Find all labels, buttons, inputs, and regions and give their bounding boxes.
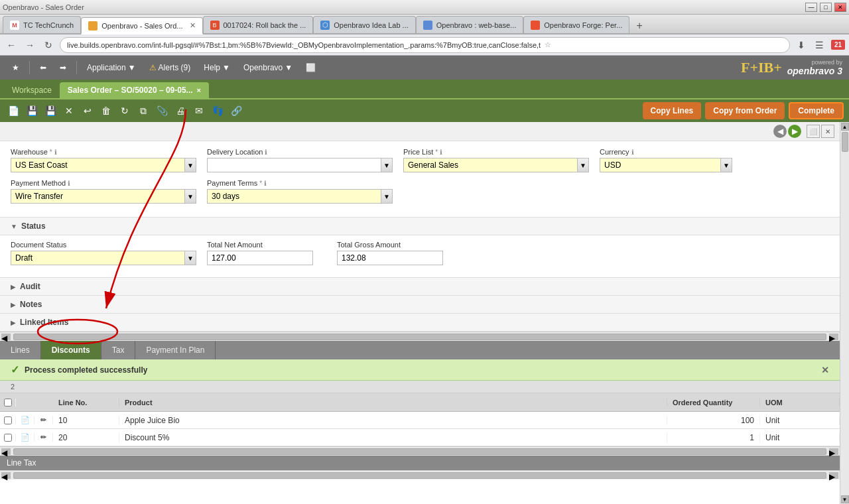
right-scrollbar[interactable]: ▲ ▼ [840,122,849,504]
row2-edit-icon[interactable]: ✏ [34,433,53,442]
audit-section-header[interactable]: ▶ Audit [0,278,840,296]
tab-payment-in-plan[interactable]: Payment In Plan [135,341,216,359]
form-horizontal-scrollbar[interactable]: ◀ ▶ [0,332,840,341]
delivery-location-input[interactable] [207,158,381,172]
currency-input[interactable]: USD [600,158,720,172]
link-button[interactable]: 🔗 [228,103,244,119]
warehouse-select[interactable]: US East Coast ▼ [11,158,196,172]
delivery-location-select[interactable]: ▼ [207,158,393,172]
price-list-select[interactable]: General Sales ▼ [403,158,589,172]
new-record-button[interactable]: 📄 [5,103,21,119]
linked-items-section-header[interactable]: ▶ Linked Items [0,314,840,332]
status-section-header[interactable]: ▼ Status [0,218,840,235]
print-button[interactable]: 🖨 [172,103,188,119]
payment-terms-select[interactable]: 30 days ▼ [207,189,393,204]
email-button[interactable]: ✉ [191,103,207,119]
row1-edit-icon[interactable]: ✏ [34,416,53,424]
scrollbar-thumb[interactable] [13,334,826,340]
close-window-button[interactable]: ✕ [834,3,846,12]
payment-terms-input[interactable]: 30 days [207,189,381,204]
bottom-scrollbar-left-arrow[interactable]: ◀ [1,472,11,479]
payment-method-input[interactable]: Wire Transfer [11,189,184,204]
help-menu[interactable]: Help ▼ [198,61,235,74]
select-all-checkbox[interactable] [4,399,12,407]
delivery-dropdown-icon[interactable]: ▼ [381,158,393,172]
tab-webbase[interactable]: Openbravo : web-base... [416,16,523,33]
tab-openbravo-sales[interactable]: Openbravo - Sales Ord... ✕ [81,17,202,34]
bottom-scrollbar-right-arrow[interactable]: ▶ [829,472,838,479]
document-status-dropdown-icon[interactable]: ▼ [184,251,196,265]
tab-gmail[interactable]: M TC TechCrunch [3,16,81,33]
warehouse-dropdown-icon[interactable]: ▼ [184,158,196,172]
application-menu[interactable]: Application ▼ [82,61,141,74]
close-form-button[interactable]: ✕ [821,125,834,138]
scrollbar-right-arrow[interactable]: ▶ [829,334,838,340]
attach-button[interactable]: 📎 [154,103,170,119]
tab-rollback[interactable]: B 0017024: Roll back the ... [203,16,314,33]
save-button[interactable]: 💾 [24,103,40,119]
maximize-form-button[interactable]: ⬜ [807,125,820,138]
price-list-input[interactable]: General Sales [403,158,577,172]
currency-select[interactable]: USD ▼ [600,158,732,172]
cancel-button[interactable]: ✕ [61,103,77,119]
star-nav-item[interactable]: ★ [7,61,25,74]
sales-order-tab[interactable]: Sales Order – SO/50020 – 09-05... × [60,82,209,98]
row2-doc-icon[interactable]: 📄 [16,433,34,442]
tab-forge[interactable]: Openbravo Forge: Per... [523,16,629,33]
forward-button[interactable]: → [23,38,37,52]
bookmark-icon[interactable]: ☆ [545,40,551,49]
copy-from-order-button[interactable]: Copy from Order [705,102,785,119]
nav-prev-button[interactable]: ⬅ [34,61,52,74]
payment-method-select[interactable]: Wire Transfer ▼ [11,189,196,204]
scan-button[interactable]: 👣 [210,103,226,119]
prev-record-button[interactable]: ◀ [773,125,787,138]
currency-dropdown-icon[interactable]: ▼ [720,158,732,172]
row2-checkbox[interactable] [4,434,12,442]
grid-horizontal-scrollbar[interactable]: ◀ ▶ [0,446,840,456]
grid-scrollbar-right-arrow[interactable]: ▶ [829,448,838,455]
workspace-tab[interactable]: Workspace [4,82,60,98]
nav-next-button[interactable]: ➡ [54,61,72,74]
refresh-record-button[interactable]: ↻ [117,103,133,119]
logout-item[interactable]: ⬜ [300,61,321,74]
grid-scrollbar-thumb[interactable] [13,448,826,455]
notes-section-header[interactable]: ▶ Notes [0,296,840,314]
tab-discounts[interactable]: Discounts [41,341,101,359]
address-bar[interactable]: live.builds.openbravo.com/int-full-pgsql… [60,37,790,53]
payment-method-dropdown-icon[interactable]: ▼ [184,189,196,204]
scrollbar-down-arrow[interactable]: ▼ [841,495,849,503]
scrollbar-left-arrow[interactable]: ◀ [1,334,11,340]
copy-lines-button[interactable]: Copy Lines [643,102,702,119]
minimize-button[interactable]: — [805,3,817,12]
success-close-button[interactable]: ✕ [821,365,829,375]
row1-doc-icon[interactable]: 📄 [16,416,34,424]
copy-record-button[interactable]: ⧉ [135,103,151,119]
row1-checkbox[interactable] [4,416,12,424]
delete-button[interactable]: 🗑 [98,103,114,119]
payment-terms-dropdown-icon[interactable]: ▼ [381,189,393,204]
sales-order-tab-close-icon[interactable]: × [197,86,201,94]
maximize-button[interactable]: □ [820,3,832,12]
document-status-select[interactable]: Draft ▼ [11,251,196,265]
grid-scrollbar-left-arrow[interactable]: ◀ [1,448,11,455]
next-record-button[interactable]: ▶ [788,125,801,138]
bottom-horizontal-scrollbar[interactable]: ◀ ▶ [0,470,840,479]
new-tab-button[interactable]: + [632,19,647,33]
alerts-item[interactable]: ⚠ Alerts (9) [144,61,196,74]
scrollbar-vertical-thumb[interactable] [842,132,848,152]
warehouse-input[interactable]: US East Coast [11,158,184,172]
tab-tax[interactable]: Tax [101,341,136,359]
undo-button[interactable]: ↩ [80,103,96,119]
document-status-input[interactable]: Draft [11,251,184,265]
openbravo-menu[interactable]: Openbravo ▼ [238,61,298,74]
tab-lines[interactable]: Lines [0,341,41,359]
bottom-scrollbar-thumb[interactable] [13,472,826,479]
complete-button[interactable]: Complete [789,102,844,119]
tab-close-icon[interactable]: ✕ [190,21,196,30]
tab-idealab[interactable]: ⬡ Openbravo Idea Lab ... [313,16,416,33]
settings-icon[interactable]: ☰ [813,38,827,52]
download-icon[interactable]: ⬇ [794,38,809,52]
price-list-dropdown-icon[interactable]: ▼ [577,158,589,172]
save-close-button[interactable]: 💾 [42,103,58,119]
back-button[interactable]: ← [4,38,19,52]
